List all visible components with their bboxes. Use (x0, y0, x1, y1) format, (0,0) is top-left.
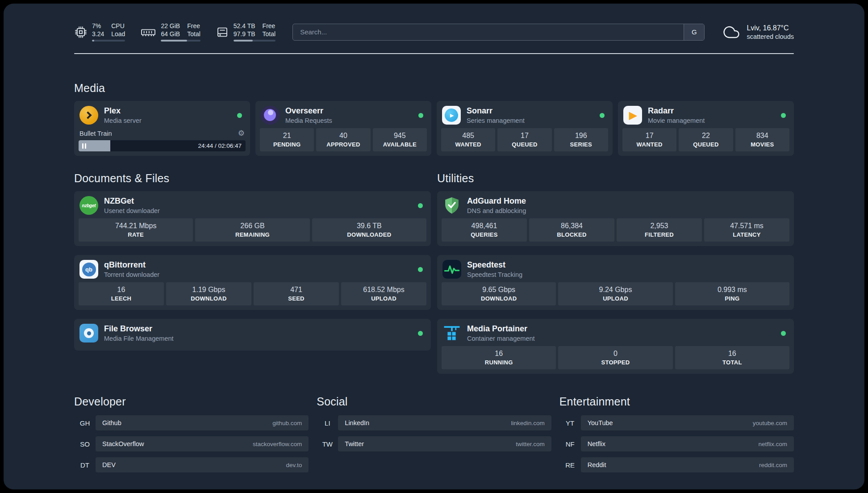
bookmark-row-linkedin[interactable]: LILinkedInlinkedin.com (317, 415, 551, 430)
media-cards-row: PlexMedia serverBullet Train⚙24:44 / 02:… (74, 101, 794, 156)
filebrowser-icon (79, 324, 98, 343)
cpu-load-value: 3.24 (92, 30, 104, 38)
bookmark-abbr: NF (559, 436, 581, 451)
service-card-titles: Media PortainerContainer management (467, 324, 535, 342)
settings-gear-icon[interactable]: ⚙ (238, 130, 245, 137)
stat-label: QUEUED (499, 141, 550, 148)
bookmark-bar: StackOverflowstackoverflow.com (96, 436, 309, 451)
cpu-load-label: Load (111, 30, 125, 38)
service-card-titles: qBittorrentTorrent downloader (104, 260, 159, 278)
status-dot (418, 113, 423, 118)
service-title: Sonarr (467, 106, 525, 116)
bookmark-row-dev[interactable]: DTDEVdev.to (74, 457, 309, 472)
service-card-sonarr[interactable]: ▶SonarrSeries management485WANTED17QUEUE… (437, 101, 613, 156)
stat-block: 40APPROVED (316, 128, 370, 151)
bookmark-group-social: Social LILinkedInlinkedin.comTWTwittertw… (317, 395, 551, 472)
resource-widgets: 7% 3.24 CPU Load (74, 22, 275, 42)
memory-progress-track (161, 40, 200, 42)
service-card-header: ▶RadarrMovie management (622, 104, 789, 128)
bookmark-row-stackoverflow[interactable]: SOStackOverflowstackoverflow.com (74, 436, 309, 451)
service-subtitle: Media File Management (104, 335, 174, 342)
bookmark-abbr: TW (317, 436, 338, 451)
service-stats-row: 498,461QUERIES86,384BLOCKED2,953FILTERED… (442, 218, 789, 242)
stat-block: 17QUEUED (497, 128, 551, 151)
pause-button[interactable] (82, 143, 86, 149)
search-input[interactable] (293, 24, 684, 40)
stat-block: 0STOPPED (558, 346, 672, 369)
memory-widget: 22 GiB 64 GiB Free Total (140, 22, 200, 42)
service-card-qbittorrent[interactable]: qbqBittorrentTorrent downloader16LEECH1.… (74, 255, 431, 310)
bookmark-row-reddit[interactable]: RERedditreddit.com (559, 457, 794, 472)
bookmark-name: Github (102, 419, 121, 426)
stat-label: RUNNING (443, 359, 554, 366)
stat-value: 39.6 TB (314, 222, 425, 230)
plex-chevron-glyph (84, 112, 92, 119)
bookmark-url: github.com (272, 420, 302, 426)
adguard-shield-glyph (442, 196, 461, 215)
bookmark-row-youtube[interactable]: YTYouTubeyoutube.com (559, 415, 794, 430)
service-card-header: File BrowserMedia File Management (79, 322, 426, 346)
stat-block: 2,953FILTERED (617, 218, 702, 242)
weather-location: Lviv, 16.87°C (747, 24, 794, 32)
service-card-titles: NZBGetUsenet downloader (104, 196, 160, 214)
stat-label: WANTED (443, 141, 493, 148)
stat-block: 618.52 MbpsUPLOAD (341, 282, 426, 305)
search-bar: G (292, 24, 705, 41)
cpu-progress-track (92, 40, 125, 42)
bookmark-list-entertainment: YTYouTubeyoutube.comNFNetflixnetflix.com… (559, 415, 794, 472)
stat-value: 744.21 Mbps (80, 222, 191, 230)
cpu-usage-value: 7% (92, 22, 104, 30)
stat-block: 834MOVIES (735, 128, 789, 151)
service-card-nzbget[interactable]: nzbgetNZBGetUsenet downloader744.21 Mbps… (74, 191, 431, 246)
bookmark-url: dev.to (286, 462, 302, 468)
stat-block: 471SEED (254, 282, 339, 305)
stat-label: SEED (255, 295, 337, 302)
bookmark-abbr: DT (74, 457, 96, 472)
service-card-overseerr[interactable]: OverseerrMedia Requests21PENDING40APPROV… (255, 101, 431, 156)
bookmark-url: twitter.com (516, 441, 545, 447)
middle-columns: Documents & Files nzbgetNZBGetUsenet dow… (74, 172, 794, 374)
stat-value: 16 (677, 350, 788, 358)
bookmark-row-netflix[interactable]: NFNetflixnetflix.com (559, 436, 794, 451)
service-card-plex[interactable]: PlexMedia serverBullet Train⚙24:44 / 02:… (74, 101, 250, 156)
service-card-portainer[interactable]: Media PortainerContainer management16RUN… (437, 319, 794, 374)
bookmark-url: reddit.com (759, 462, 787, 468)
bookmark-row-twitter[interactable]: TWTwittertwitter.com (317, 436, 551, 451)
stat-label: APPROVED (318, 141, 368, 148)
bookmark-title-social: Social (317, 395, 551, 408)
disk-total-value: 97.9 TB (234, 30, 255, 38)
service-stats-row: 9.65 GbpsDOWNLOAD9.24 GbpsUPLOAD0.993 ms… (442, 282, 789, 305)
bookmark-name: Twitter (345, 440, 364, 447)
service-card-adguard[interactable]: AdGuard HomeDNS and adblocking498,461QUE… (437, 191, 794, 246)
stat-value: 0 (560, 350, 671, 358)
service-card-speedtest[interactable]: SpeedtestSpeedtest Tracking9.65 GbpsDOWN… (437, 255, 794, 310)
service-subtitle: Container management (467, 335, 535, 342)
service-subtitle: Media server (104, 117, 142, 124)
topbar-divider (74, 53, 794, 54)
radarr-icon: ▶ (623, 106, 642, 125)
stat-block: 485WANTED (441, 128, 495, 151)
stat-label: BLOCKED (531, 231, 613, 238)
stat-label: QUEUED (680, 141, 731, 148)
stat-block: 0.993 msPING (675, 282, 789, 305)
stat-label: UPLOAD (560, 295, 671, 302)
service-subtitle: Series management (467, 117, 525, 124)
service-card-filebrowser[interactable]: File BrowserMedia File Management (74, 319, 431, 351)
search-provider-button[interactable]: G (684, 24, 704, 40)
service-subtitle: Movie management (648, 117, 705, 124)
stat-block: 266 GBREMAINING (195, 218, 309, 242)
stat-label: MOVIES (737, 141, 788, 148)
status-dot (418, 203, 423, 208)
overseerr-icon (261, 106, 280, 125)
service-card-radarr[interactable]: ▶RadarrMovie management17WANTED22QUEUED8… (618, 101, 794, 156)
stat-label: SERIES (556, 141, 606, 148)
bookmark-bar: LinkedInlinkedin.com (338, 415, 551, 430)
player-progress-bar: 24:44 / 02:06:47 (79, 140, 246, 151)
stat-value: 618.52 Mbps (343, 286, 425, 294)
bookmark-bar: YouTubeyoutube.com (581, 415, 794, 430)
service-subtitle: Torrent downloader (104, 271, 159, 278)
stat-block: 22QUEUED (679, 128, 733, 151)
bookmark-bar: Redditreddit.com (581, 457, 794, 472)
nzbget-logo-text: nzbget (82, 203, 96, 208)
bookmark-row-github[interactable]: GHGithubgithub.com (74, 415, 309, 430)
